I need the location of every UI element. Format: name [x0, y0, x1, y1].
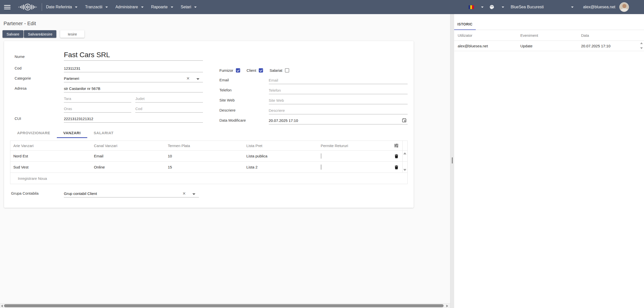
- cell-canal: Online: [91, 165, 165, 169]
- clear-icon[interactable]: ✕: [186, 77, 190, 81]
- cell-lista: Lista 2: [243, 165, 318, 169]
- cell-eveniment: Update: [517, 44, 578, 48]
- trash-icon: [395, 165, 398, 169]
- adresa-input[interactable]: [64, 86, 203, 91]
- cell-termen: 10: [165, 154, 243, 158]
- grupa-contabila-value: Grup contabil Client: [64, 191, 180, 196]
- clear-icon[interactable]: ✕: [183, 192, 186, 196]
- salariat-label: Salariat: [270, 68, 282, 73]
- menu-label: Administrare: [115, 5, 138, 9]
- column-filter-button[interactable]: [394, 143, 399, 148]
- col-header-termen: Termen Plata: [165, 144, 243, 148]
- save-button[interactable]: Salvare: [3, 30, 23, 38]
- scroll-down-arrow[interactable]: [403, 169, 406, 171]
- field-label: Data Modificare: [220, 118, 269, 124]
- salariat-checkbox[interactable]: [285, 68, 289, 73]
- theme-palette-icon[interactable]: [489, 4, 495, 10]
- telefon-input[interactable]: [269, 88, 408, 92]
- tab-aprovizionare[interactable]: APROVIZIONARE: [11, 128, 57, 138]
- scroll-up-arrow[interactable]: [640, 42, 643, 44]
- judet-input[interactable]: [135, 96, 203, 101]
- chevron-down-icon: [571, 7, 574, 8]
- client-checkbox[interactable]: [259, 68, 263, 73]
- field-label: Categorie: [15, 76, 64, 82]
- company-select[interactable]: BlueSea Bucuresti: [511, 5, 574, 9]
- scroll-right-arrow[interactable]: [446, 305, 448, 307]
- descriere-input[interactable]: [269, 108, 408, 113]
- partner-form-card: Nume Cod Categorie Pa: [4, 41, 414, 208]
- table-row[interactable]: Nord Est Email 10 Lista publica: [10, 150, 407, 161]
- cell-canal: Email: [91, 154, 165, 158]
- main-menu: Date Referinta Tranzactii Administrare R…: [46, 5, 204, 9]
- cui-input[interactable]: [64, 117, 203, 121]
- grupa-contabila-select[interactable]: Grup contabil Client ✕: [64, 191, 199, 197]
- cod-input[interactable]: [64, 66, 203, 71]
- dropdown-caret-icon[interactable]: [192, 193, 195, 195]
- delete-row-button[interactable]: [395, 154, 398, 158]
- divider-drag-handle[interactable]: [452, 157, 453, 163]
- language-flag-icon[interactable]: [468, 5, 474, 9]
- tara-input[interactable]: [64, 96, 131, 101]
- theme-dropdown-caret[interactable]: [502, 7, 504, 8]
- client-label: Client: [247, 68, 256, 73]
- user-avatar[interactable]: [619, 2, 629, 12]
- field-descriere: Descriere: [220, 104, 408, 114]
- menu-administrare[interactable]: Administrare: [115, 5, 144, 9]
- hamburger-menu-icon[interactable]: [4, 5, 11, 9]
- menu-tranzactii[interactable]: Tranzactii: [85, 5, 108, 9]
- col-header-data: Data: [578, 33, 644, 38]
- history-table: Utilizator Eveniment Data alex@bluesea.n…: [454, 30, 644, 51]
- email-input[interactable]: [269, 78, 408, 82]
- scroll-left-arrow[interactable]: [1, 305, 3, 307]
- delete-row-button[interactable]: [395, 165, 398, 169]
- oras-input[interactable]: [64, 107, 131, 111]
- field-cod: Cod: [15, 62, 203, 72]
- language-dropdown-caret[interactable]: [481, 7, 484, 8]
- vanzari-table: Arie Vanzari Canal Vanzari Termen Plata …: [10, 141, 408, 184]
- new-record-row[interactable]: Inregistrare Noua: [10, 173, 407, 184]
- scroll-up-arrow[interactable]: [403, 152, 406, 154]
- categorie-select[interactable]: Parteneri ✕: [64, 76, 203, 82]
- permite-retururi-checkbox[interactable]: [321, 164, 322, 170]
- tab-salariat[interactable]: SALARIAT: [87, 128, 120, 138]
- scroll-down-arrow[interactable]: [640, 47, 643, 49]
- table-row[interactable]: Sud Vest Online 15 Lista 2: [10, 161, 407, 173]
- field-email: Email: [220, 74, 408, 84]
- nume-input[interactable]: [64, 51, 203, 59]
- history-row[interactable]: alex@bluesea.net Update 20.07.2025 17:10: [454, 41, 644, 51]
- field-categorie: Categorie Parteneri ✕: [15, 72, 203, 82]
- history-tabbar: ISTORIC: [454, 14, 644, 30]
- menu-label: Tranzactii: [85, 5, 102, 9]
- save-and-exit-button[interactable]: Salvare&Iesire: [24, 30, 57, 38]
- field-cui: CUI: [15, 113, 203, 123]
- calendar-icon[interactable]: [402, 118, 407, 123]
- cod-postal-input[interactable]: [135, 107, 203, 111]
- col-header-canal: Canal Vanzari: [91, 144, 165, 148]
- exit-button[interactable]: Iesire: [60, 30, 84, 38]
- topbar: Date Referinta Tranzactii Administrare R…: [0, 0, 644, 14]
- menu-date-referinta[interactable]: Date Referinta: [46, 5, 77, 9]
- data-modificare-input[interactable]: [269, 118, 399, 123]
- furnizor-checkbox[interactable]: [236, 68, 240, 73]
- cell-lista: Lista publica: [243, 154, 318, 158]
- horizontal-scrollbar[interactable]: [0, 303, 450, 308]
- tab-istoric[interactable]: ISTORIC: [454, 22, 476, 30]
- field-telefon: Telefon: [220, 84, 408, 94]
- field-label: CUI: [15, 116, 64, 123]
- main-area: Partener - Edit Salvare Salvare&Iesire I…: [0, 14, 450, 308]
- history-header-row: Utilizator Eveniment Data: [454, 30, 644, 41]
- table-header-row: Arie Vanzari Canal Vanzari Termen Plata …: [10, 141, 407, 150]
- company-name: BlueSea Bucuresti: [511, 5, 544, 9]
- site-web-input[interactable]: [269, 98, 408, 102]
- field-label: Telefon: [220, 88, 269, 94]
- app-logo: [18, 3, 37, 11]
- menu-setari[interactable]: Setari: [181, 5, 197, 9]
- cell-arie: Sud Vest: [10, 165, 91, 169]
- tab-vanzari[interactable]: VANZARI: [57, 128, 87, 138]
- menu-label: Date Referinta: [46, 5, 72, 9]
- dropdown-caret-icon[interactable]: [196, 78, 199, 80]
- scrollbar-thumb[interactable]: [4, 304, 444, 307]
- col-header-lista: Lista Pret: [243, 144, 318, 148]
- table-scrollbar-header-spacer: [402, 141, 407, 150]
- menu-rapoarte[interactable]: Rapoarte: [151, 5, 173, 9]
